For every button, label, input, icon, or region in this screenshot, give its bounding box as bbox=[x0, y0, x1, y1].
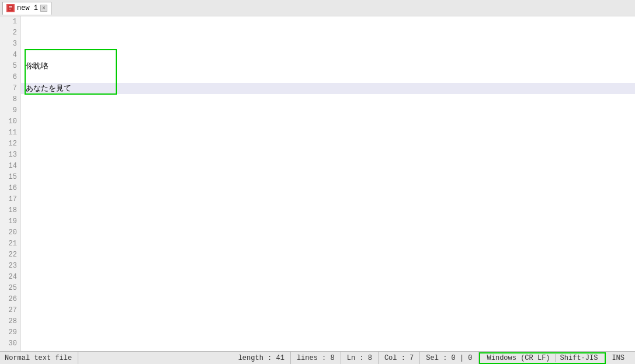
editor-line bbox=[21, 238, 635, 249]
line-number: 16 bbox=[0, 183, 17, 194]
tab-label: new 1 bbox=[17, 4, 38, 12]
line-numbers: 1234567891011121314151617181920212223242… bbox=[0, 16, 21, 351]
line-number: 6 bbox=[0, 72, 17, 83]
editor-line bbox=[21, 205, 635, 216]
encoding-label: Shift-JIS bbox=[560, 354, 598, 362]
length-label: length : 41 bbox=[238, 354, 284, 362]
lines-label: lines : 8 bbox=[297, 354, 335, 362]
length-section: length : 41 bbox=[233, 352, 291, 364]
ins-label: INS bbox=[612, 354, 624, 362]
editor-line bbox=[21, 227, 635, 238]
status-bar: Normal text file length : 41 lines : 8 L… bbox=[0, 351, 635, 364]
editor-line bbox=[21, 116, 635, 127]
editor-line bbox=[21, 272, 635, 283]
line-number: 13 bbox=[0, 150, 17, 161]
svg-rect-2 bbox=[9, 8, 12, 8]
line-number: 22 bbox=[0, 249, 17, 261]
editor-line bbox=[21, 294, 635, 305]
editor-line bbox=[21, 16, 635, 27]
editor-line bbox=[21, 127, 635, 138]
line-number: 1 bbox=[0, 16, 17, 27]
editor-line bbox=[21, 138, 635, 150]
line-number: 27 bbox=[0, 305, 17, 316]
editor-line bbox=[21, 27, 635, 39]
line-number: 12 bbox=[0, 138, 17, 150]
editor-line bbox=[21, 172, 635, 183]
line-number: 26 bbox=[0, 294, 17, 305]
line-number: 30 bbox=[0, 338, 17, 349]
editor-line bbox=[21, 39, 635, 50]
editor-tab[interactable]: new 1 × bbox=[2, 2, 51, 15]
line-number: 2 bbox=[0, 27, 17, 39]
editor-content[interactable]: 你眈咯 あなたを見て bbox=[21, 16, 635, 351]
editor-line bbox=[21, 161, 635, 172]
line-number: 19 bbox=[0, 216, 17, 227]
editor-line bbox=[21, 305, 635, 316]
line-number: 15 bbox=[0, 172, 17, 183]
line-number: 23 bbox=[0, 261, 17, 272]
line-number: 21 bbox=[0, 238, 17, 249]
tab-file-icon bbox=[6, 4, 15, 12]
svg-rect-1 bbox=[9, 6, 12, 7]
editor-line bbox=[21, 94, 635, 105]
editor-line bbox=[21, 316, 635, 327]
editor-line bbox=[21, 50, 635, 61]
line-number: 24 bbox=[0, 272, 17, 283]
line-number: 29 bbox=[0, 327, 17, 338]
line-number: 9 bbox=[0, 105, 17, 116]
editor-line bbox=[21, 261, 635, 272]
line-number: 18 bbox=[0, 205, 17, 216]
file-type-section: Normal text file bbox=[5, 352, 78, 364]
file-type-label: Normal text file bbox=[5, 354, 72, 362]
editor-line: あなたを見て bbox=[21, 83, 635, 94]
sel-label: Sel : 0 | 0 bbox=[426, 354, 472, 362]
editor-line bbox=[21, 105, 635, 116]
line-ending-label: Windows (CR LF) bbox=[487, 354, 550, 362]
line-number: 8 bbox=[0, 94, 17, 105]
encoding-box: Windows (CR LF) Shift-JIS bbox=[479, 352, 606, 364]
ins-section: INS bbox=[606, 354, 630, 362]
editor-line bbox=[21, 183, 635, 194]
editor-line bbox=[21, 194, 635, 205]
line-number: 4 bbox=[0, 50, 17, 61]
tab-close-button[interactable]: × bbox=[40, 5, 47, 12]
ln-label: Ln : 8 bbox=[347, 354, 372, 362]
sel-section: Sel : 0 | 0 bbox=[420, 352, 478, 364]
encoding-section[interactable]: Shift-JIS bbox=[555, 354, 603, 362]
line-number: 25 bbox=[0, 283, 17, 294]
line-number: 7 bbox=[0, 83, 17, 94]
ln-section: Ln : 8 bbox=[341, 352, 379, 364]
line-number: 11 bbox=[0, 127, 17, 138]
editor-line bbox=[21, 150, 635, 161]
line-ending-section[interactable]: Windows (CR LF) bbox=[483, 354, 555, 362]
svg-rect-3 bbox=[9, 9, 11, 9]
col-section: Col : 7 bbox=[379, 352, 420, 364]
col-label: Col : 7 bbox=[384, 354, 414, 362]
line-number: 3 bbox=[0, 39, 17, 50]
line-number: 20 bbox=[0, 227, 17, 238]
editor-line bbox=[21, 283, 635, 294]
line-number: 10 bbox=[0, 116, 17, 127]
line-number: 17 bbox=[0, 194, 17, 205]
editor-line bbox=[21, 72, 635, 83]
lines-section: lines : 8 bbox=[291, 352, 341, 364]
editor-line bbox=[21, 216, 635, 227]
editor-line bbox=[21, 338, 635, 349]
line-number: 14 bbox=[0, 161, 17, 172]
title-bar: new 1 × bbox=[0, 0, 635, 16]
editor-line: 你眈咯 bbox=[21, 61, 635, 72]
editor-line bbox=[21, 249, 635, 261]
line-number: 5 bbox=[0, 61, 17, 72]
editor-container: 1234567891011121314151617181920212223242… bbox=[0, 16, 635, 351]
line-number: 28 bbox=[0, 316, 17, 327]
editor-line bbox=[21, 327, 635, 338]
